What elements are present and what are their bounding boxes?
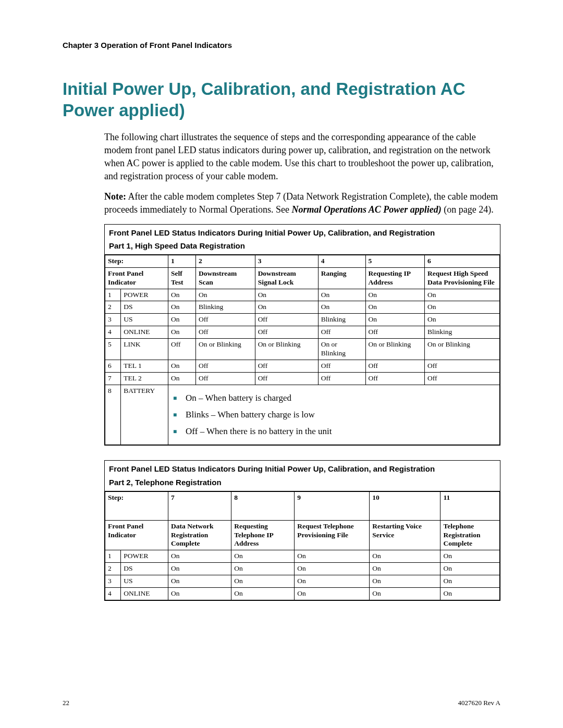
list-item: On – When battery is charged (173, 390, 497, 406)
table1-caption: Front Panel LED Status Indicators During… (105, 225, 500, 240)
running-head: Chapter 3 Operation of Front Panel Indic… (63, 41, 500, 50)
footer: 22 4027620 Rev A (63, 699, 500, 707)
step-label: Step: (105, 255, 168, 267)
fpi-label: Front Panel Indicator (105, 520, 168, 550)
table-row: 4ONLINEOnOffOffOffOffBlinking (105, 326, 500, 339)
table-row: 1POWEROnOnOnOnOn (105, 550, 500, 563)
table-row: Front Panel Indicator Self Test Downstre… (105, 267, 500, 289)
table-row: Front Panel Indicator Data Network Regis… (105, 520, 500, 550)
fpi-label: Front Panel Indicator (105, 267, 168, 289)
fpi-desc: Downstream Scan (196, 267, 255, 289)
battery-cell: On – When battery is charged Blinks – Wh… (168, 385, 500, 445)
table1: Step: 1 2 3 4 5 6 Front Panel Indicator … (105, 255, 500, 446)
table-row: 4ONLINEOnOnOnOnOn (105, 587, 500, 600)
fpi-desc: Data Network Registration Complete (168, 520, 231, 550)
table-row: 2DSOnBlinkingOnOnOnOn (105, 301, 500, 314)
doc-revision: 4027620 Rev A (458, 699, 500, 707)
page-number: 22 (63, 699, 69, 707)
table1-subtitle: Part 1, High Speed Data Registration (105, 240, 500, 255)
page: Chapter 3 Operation of Front Panel Indic… (0, 0, 563, 728)
note-xref: Normal Operations AC Power applied) (291, 204, 441, 215)
table-row: 6TEL 1OnOffOffOffOffOff (105, 360, 500, 372)
step-num: 9 (295, 491, 370, 520)
list-item: Blinks – When battery charge is low (173, 406, 497, 423)
battery-num: 8 (105, 385, 121, 445)
table2-subtitle: Part 2, Telephone Registration (105, 477, 500, 491)
table-row: 3USOnOnOnOnOn (105, 575, 500, 588)
step-num: 3 (255, 255, 318, 267)
fpi-desc: Self Test (168, 267, 196, 289)
note-tail: (on page 24). (442, 204, 494, 215)
step-num: 1 (168, 255, 196, 267)
body-text: The following chart illustrates the sequ… (104, 131, 500, 217)
battery-list: On – When battery is charged Blinks – Wh… (171, 390, 497, 440)
step-num: 4 (318, 255, 365, 267)
fpi-desc: Requesting IP Address (365, 267, 425, 289)
table-row: 7TEL 2OnOffOffOffOffOff (105, 372, 500, 385)
table-row: 1POWEROnOnOnOnOnOn (105, 289, 500, 301)
step-num: 5 (365, 255, 425, 267)
fpi-desc: Request High Speed Data Provisioning Fil… (425, 267, 500, 289)
table-row: 2DSOnOnOnOnOn (105, 563, 500, 575)
table-row: Step: 1 2 3 4 5 6 (105, 255, 500, 267)
step-num: 7 (168, 491, 231, 520)
note-label: Note: (104, 191, 126, 202)
table2-caption: Front Panel LED Status Indicators During… (105, 461, 500, 476)
step-num: 6 (425, 255, 500, 267)
step-num: 2 (196, 255, 255, 267)
list-item: Off – When there is no battery in the un… (173, 423, 497, 440)
table1-wrap: Front Panel LED Status Indicators During… (104, 224, 500, 446)
table2: Step: 7 8 9 10 11 Front Panel Indicator … (105, 491, 500, 600)
battery-name: BATTERY (121, 385, 168, 445)
fpi-desc: Telephone Registration Complete (440, 520, 500, 550)
step-num: 8 (231, 491, 295, 520)
fpi-desc: Requesting Telephone IP Address (231, 520, 295, 550)
fpi-desc: Restarting Voice Service (370, 520, 440, 550)
step-num: 10 (370, 491, 440, 520)
table2-wrap: Front Panel LED Status Indicators During… (104, 460, 500, 600)
page-title: Initial Power Up, Calibration, and Regis… (63, 78, 500, 121)
step-label: Step: (105, 491, 168, 520)
table-row: 3USOnOffOffBlinkingOnOn (105, 314, 500, 326)
intro-paragraph: The following chart illustrates the sequ… (104, 131, 500, 183)
table-row: 8 BATTERY On – When battery is charged B… (105, 385, 500, 445)
step-num: 11 (440, 491, 500, 520)
fpi-desc: Ranging (318, 267, 365, 289)
table-row: Step: 7 8 9 10 11 (105, 491, 500, 520)
fpi-desc: Downstream Signal Lock (255, 267, 318, 289)
fpi-desc: Request Telephone Provisioning File (295, 520, 370, 550)
table-row: 5LINKOffOn or BlinkingOn or BlinkingOn o… (105, 339, 500, 360)
note-paragraph: Note: After the cable modem completes St… (104, 190, 500, 216)
